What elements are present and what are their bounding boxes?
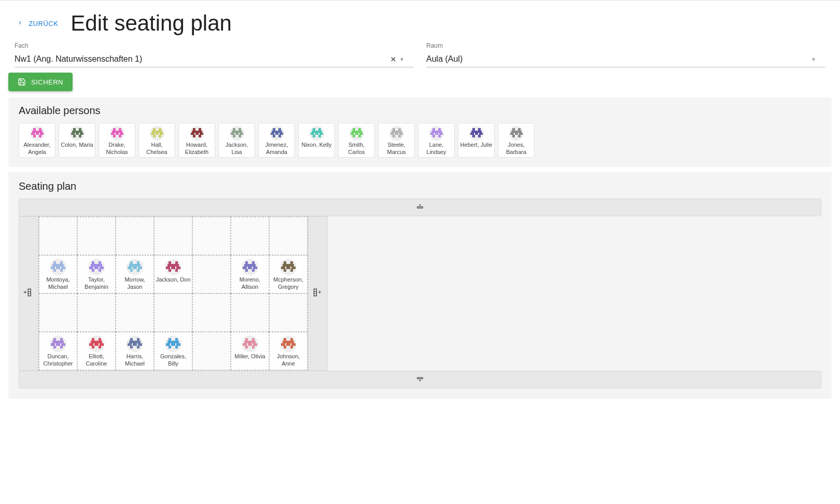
svg-rect-165 <box>61 343 65 346</box>
svg-rect-73 <box>398 128 400 130</box>
seat-cell[interactable] <box>192 217 231 255</box>
seat-person-name: Duncan, Christopher <box>39 353 77 368</box>
subject-field[interactable]: Fach Nw1 (Ang. Naturwissenschaften 1) ✕ … <box>15 42 414 67</box>
svg-rect-109 <box>28 289 31 296</box>
svg-rect-131 <box>128 267 132 269</box>
seat-cell[interactable]: Moreno, Allison <box>231 255 269 293</box>
svg-rect-19 <box>111 133 115 135</box>
seat-cell[interactable] <box>77 293 116 332</box>
seat-cell[interactable]: Taylor, Benjamin <box>77 255 116 293</box>
dropdown-icon[interactable]: ▼ <box>399 57 404 62</box>
svg-rect-91 <box>470 133 474 135</box>
seat-cell[interactable] <box>39 293 77 332</box>
person-name: Nixon, Kelly <box>300 142 332 149</box>
seat-cell[interactable]: Jackson, Don <box>154 255 192 293</box>
seat-cell[interactable] <box>192 293 231 332</box>
svg-rect-183 <box>137 346 139 348</box>
seating-panel: Seating plan + Montoya, MichaelTaylor, B… <box>8 172 832 399</box>
seat-cell[interactable] <box>116 217 154 255</box>
person-card[interactable]: Howard, Elizabeth <box>178 123 215 158</box>
seat-cell[interactable] <box>77 217 116 255</box>
svg-rect-149 <box>253 267 257 269</box>
dropdown-icon[interactable]: ▼ <box>811 57 816 62</box>
svg-rect-82 <box>431 131 442 133</box>
person-card[interactable]: Alexander, Angela <box>19 123 55 158</box>
add-row-top-button[interactable] <box>19 199 821 216</box>
svg-rect-58 <box>312 131 322 133</box>
person-card[interactable]: Steele, Marcus <box>378 123 415 158</box>
seat-cell[interactable]: Elliott, Caroline <box>77 332 116 370</box>
svg-rect-95 <box>478 135 480 137</box>
svg-rect-186 <box>167 341 179 343</box>
svg-rect-81 <box>438 128 440 130</box>
svg-rect-31 <box>159 135 161 137</box>
person-card[interactable]: Colon, Maria <box>59 123 95 158</box>
svg-rect-66 <box>352 131 362 133</box>
person-card[interactable]: Nixon, Kelly <box>298 123 335 158</box>
svg-rect-137 <box>175 261 178 264</box>
seat-cell[interactable] <box>154 217 192 255</box>
svg-rect-132 <box>133 267 137 269</box>
person-card[interactable]: Jackson, Lisa <box>218 123 255 158</box>
save-button[interactable]: SICHERN <box>8 73 73 91</box>
svg-rect-143 <box>175 269 178 272</box>
person-name: Jackson, Lisa <box>219 142 255 156</box>
person-card[interactable]: Drake, Nicholas <box>99 123 135 158</box>
person-card[interactable]: Jones, Barbara <box>498 123 535 158</box>
svg-rect-48 <box>273 128 275 130</box>
person-card[interactable]: Lane, Lindsey <box>418 123 455 158</box>
seat-cell[interactable] <box>116 293 154 332</box>
svg-rect-121 <box>99 261 101 264</box>
avatar-icon <box>230 126 244 141</box>
svg-rect-92 <box>474 133 478 135</box>
seat-cell[interactable] <box>231 217 269 255</box>
person-card[interactable]: Hall, Chelsea <box>138 123 175 158</box>
clear-icon[interactable]: ✕ <box>390 55 396 63</box>
svg-rect-21 <box>120 133 123 135</box>
seat-person-name: Gonzales, Billy <box>155 353 192 368</box>
svg-rect-196 <box>248 343 252 346</box>
seat-cell[interactable]: Gonzales, Billy <box>154 332 192 370</box>
room-field[interactable]: Raum Aula (Aul) ▼ <box>426 42 825 67</box>
seat-cell[interactable] <box>154 293 192 332</box>
svg-rect-150 <box>245 269 248 272</box>
person-card[interactable]: Jimenez, Amanda <box>258 123 295 158</box>
svg-rect-23 <box>119 135 121 137</box>
seat-cell[interactable]: Miller, Olivia <box>231 332 269 370</box>
add-row-bottom-button[interactable] <box>19 371 821 388</box>
svg-rect-138 <box>167 264 179 267</box>
seat-cell[interactable]: Duncan, Christopher <box>39 332 77 370</box>
seat-cell[interactable] <box>269 217 307 255</box>
svg-rect-6 <box>33 135 35 137</box>
person-name: Hebert, Julie <box>459 142 494 149</box>
svg-rect-39 <box>199 135 201 137</box>
add-column-left-button[interactable]: + <box>19 216 38 371</box>
avatar-icon <box>127 259 143 275</box>
svg-rect-46 <box>233 135 235 137</box>
back-link[interactable]: › ZURÜCK <box>19 20 58 27</box>
person-card[interactable]: Smith, Carlos <box>338 123 375 158</box>
svg-rect-28 <box>155 133 159 135</box>
add-column-right-button[interactable]: + <box>308 216 328 371</box>
seat-cell[interactable]: Harris, Michael <box>116 332 154 370</box>
svg-rect-156 <box>286 267 290 269</box>
svg-rect-192 <box>245 338 248 341</box>
seat-cell[interactable] <box>192 255 231 293</box>
seat-cell[interactable] <box>269 293 307 332</box>
svg-rect-99 <box>510 133 514 135</box>
seat-cell[interactable] <box>192 332 231 370</box>
chevron-left-icon: › <box>19 20 21 27</box>
person-card[interactable]: Hebert, Julie <box>458 123 495 158</box>
svg-rect-50 <box>272 131 282 133</box>
svg-rect-0 <box>33 128 35 130</box>
seat-cell[interactable]: Montoya, Michael <box>39 255 77 293</box>
seat-cell[interactable] <box>39 217 77 255</box>
svg-rect-159 <box>290 269 293 272</box>
svg-rect-151 <box>252 269 255 272</box>
room-label: Raum <box>426 42 825 49</box>
seat-cell[interactable]: Johnson, Anne <box>269 332 307 370</box>
seat-cell[interactable]: Mcpherson, Gregory <box>269 255 307 293</box>
svg-rect-89 <box>478 128 480 130</box>
seat-cell[interactable] <box>231 293 269 332</box>
seat-cell[interactable]: Morrow, Jason <box>116 255 154 293</box>
